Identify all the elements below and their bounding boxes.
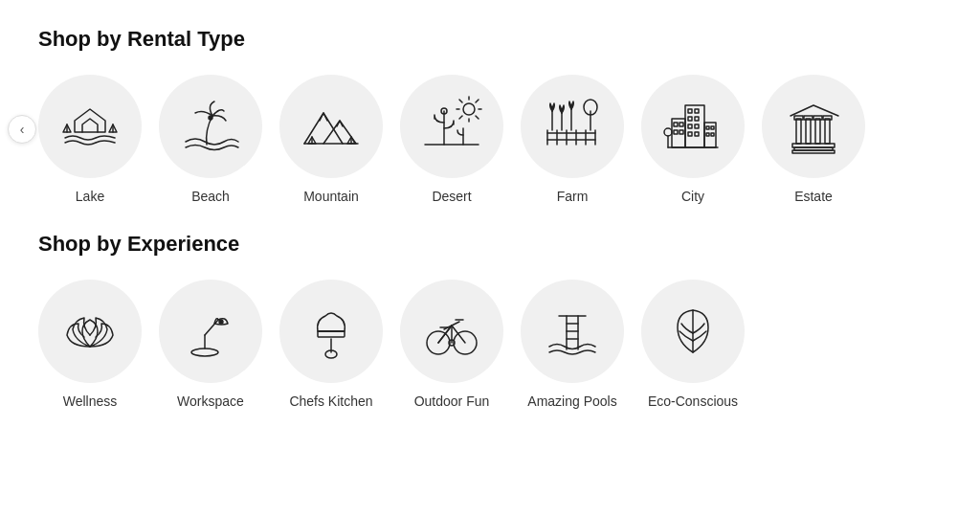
svg-rect-38	[695, 109, 699, 113]
svg-line-71	[205, 320, 218, 335]
desert-icon	[417, 92, 486, 161]
svg-rect-40	[695, 117, 699, 121]
mountain-label: Mountain	[303, 188, 359, 205]
lake-icon-circle	[38, 75, 142, 178]
svg-point-4	[209, 116, 212, 120]
svg-line-17	[476, 100, 479, 102]
svg-rect-47	[679, 123, 683, 126]
workspace-icon-circle	[159, 280, 262, 383]
lake-icon	[56, 92, 124, 161]
experience-title: Shop by Experience	[38, 232, 942, 257]
chefs-kitchen-label: Chefs Kitchen	[289, 393, 372, 410]
svg-rect-60	[815, 119, 820, 144]
rental-type-row: Lake	[38, 75, 942, 205]
item-city[interactable]: City	[641, 75, 745, 205]
item-eco-conscious[interactable]: Eco-Conscious	[641, 280, 745, 410]
eco-conscious-icon	[658, 297, 727, 366]
estate-icon-circle	[762, 75, 865, 178]
outdoor-fun-icon	[417, 297, 486, 366]
svg-line-83	[452, 322, 459, 326]
wellness-label: Wellness	[63, 393, 118, 410]
item-desert[interactable]: Desert	[400, 75, 503, 205]
city-icon	[658, 92, 727, 161]
amazing-pools-icon-circle	[521, 280, 624, 383]
estate-label: Estate	[794, 188, 833, 205]
svg-line-15	[459, 100, 462, 102]
eco-conscious-icon-circle	[641, 280, 745, 383]
item-beach[interactable]: Beach	[159, 75, 262, 205]
wellness-icon-circle	[38, 280, 142, 383]
svg-point-57	[664, 128, 672, 136]
farm-icon	[538, 92, 607, 161]
outdoor-fun-icon-circle	[400, 280, 503, 383]
workspace-icon	[176, 297, 245, 366]
svg-rect-39	[688, 117, 692, 121]
svg-rect-49	[679, 130, 683, 134]
svg-rect-62	[794, 116, 803, 120]
item-lake[interactable]: Lake	[38, 75, 142, 205]
experience-section: Shop by Experience Wellness	[38, 232, 942, 410]
svg-rect-68	[792, 150, 835, 153]
item-mountain[interactable]: Mountain	[279, 75, 383, 205]
mountain-icon	[297, 92, 366, 161]
mountain-icon-circle	[279, 75, 383, 178]
farm-label: Farm	[557, 188, 589, 205]
svg-rect-42	[695, 124, 699, 128]
rental-type-section: Shop by Rental Type	[38, 27, 942, 205]
item-wellness[interactable]: Wellness	[38, 280, 142, 410]
experience-row: Wellness	[38, 280, 942, 410]
wellness-icon	[56, 297, 124, 366]
prev-arrow[interactable]: ‹	[8, 115, 36, 144]
svg-rect-46	[674, 123, 678, 126]
rental-type-title: Shop by Rental Type	[38, 27, 942, 52]
item-farm[interactable]: Farm	[521, 75, 624, 205]
svg-rect-64	[813, 116, 822, 120]
item-chefs-kitchen[interactable]: Chefs Kitchen	[279, 280, 383, 410]
page: ‹ Shop by Rental Type	[0, 0, 980, 456]
svg-rect-58	[796, 119, 801, 144]
svg-rect-53	[706, 133, 709, 136]
outdoor-fun-label: Outdoor Fun	[414, 393, 490, 410]
svg-rect-44	[695, 132, 699, 136]
lake-label: Lake	[76, 188, 104, 205]
beach-icon-circle	[159, 75, 262, 178]
desert-label: Desert	[432, 188, 471, 205]
eco-conscious-label: Eco-Conscious	[648, 393, 738, 410]
farm-icon-circle	[521, 75, 624, 178]
amazing-pools-icon	[538, 297, 607, 366]
svg-rect-63	[804, 116, 813, 120]
item-workspace[interactable]: Workspace	[159, 280, 262, 410]
svg-rect-61	[825, 119, 830, 144]
svg-rect-74	[318, 331, 345, 337]
svg-rect-48	[674, 130, 678, 134]
beach-label: Beach	[191, 188, 230, 205]
item-amazing-pools[interactable]: Amazing Pools	[521, 280, 624, 410]
svg-point-69	[191, 348, 218, 356]
desert-icon-circle	[400, 75, 503, 178]
svg-rect-37	[688, 109, 692, 113]
workspace-label: Workspace	[177, 393, 244, 410]
svg-rect-41	[688, 124, 692, 128]
svg-line-18	[459, 116, 462, 119]
svg-rect-65	[823, 116, 832, 120]
svg-line-16	[476, 116, 479, 119]
beach-icon	[176, 92, 245, 161]
city-icon-circle	[641, 75, 745, 178]
svg-rect-51	[706, 126, 709, 129]
chefs-kitchen-icon-circle	[279, 280, 383, 383]
svg-rect-43	[688, 132, 692, 136]
chefs-kitchen-icon	[297, 297, 366, 366]
svg-point-72	[219, 320, 223, 324]
item-outdoor-fun[interactable]: Outdoor Fun	[400, 280, 503, 410]
svg-rect-59	[806, 119, 811, 144]
svg-rect-52	[711, 126, 714, 129]
estate-icon	[779, 92, 848, 161]
city-label: City	[681, 188, 704, 205]
amazing-pools-label: Amazing Pools	[527, 393, 616, 410]
svg-point-10	[463, 103, 475, 115]
item-estate[interactable]: Estate	[762, 75, 865, 205]
svg-rect-54	[711, 133, 714, 136]
